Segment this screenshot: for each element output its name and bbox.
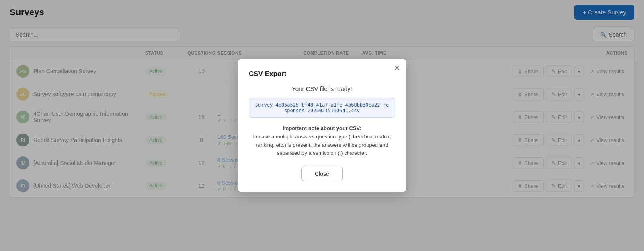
modal-note-text: In case a multiple answers question type… xyxy=(253,134,391,156)
modal-close-button[interactable]: Close xyxy=(301,167,343,181)
modal-close-x-button[interactable]: ✕ xyxy=(394,64,400,72)
modal-note: Important note about your CSV: In case a… xyxy=(249,124,395,158)
csv-export-modal: ✕ CSV Export Your CSV file is ready! sur… xyxy=(238,59,406,192)
modal-overlay: ✕ CSV Export Your CSV file is ready! sur… xyxy=(0,0,644,251)
modal-title: CSV Export xyxy=(249,70,395,78)
page: Surveys + Create Survey Search STATUS QU… xyxy=(0,0,644,251)
modal-footer: Close xyxy=(249,167,395,181)
modal-filename: survey-4b85a525-bf48-41a7-a1fe-4b68bb30e… xyxy=(249,98,395,118)
modal-ready-text: Your CSV file is ready! xyxy=(249,85,395,92)
modal-note-bold: Important note about your CSV: xyxy=(283,125,361,131)
